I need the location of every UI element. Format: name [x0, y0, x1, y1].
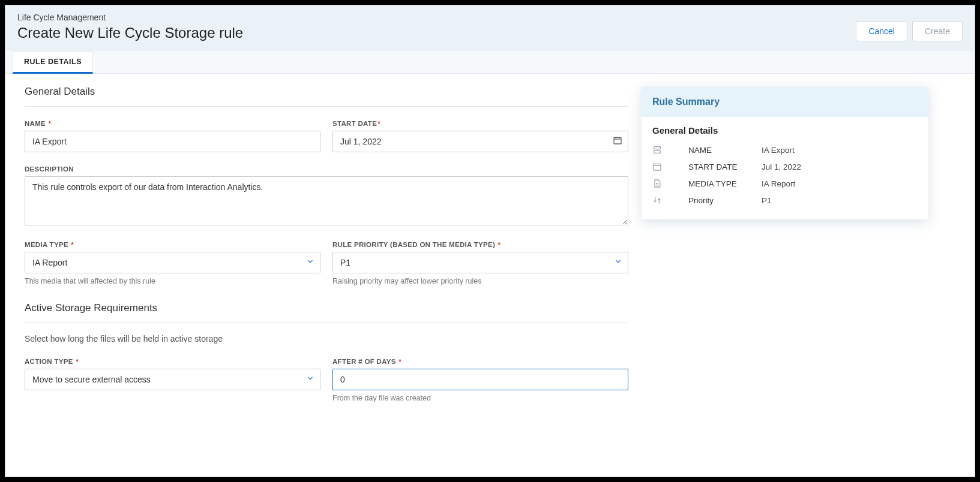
document-icon [652, 179, 666, 188]
svg-rect-4 [654, 147, 661, 149]
cancel-button[interactable]: Cancel [856, 21, 907, 41]
summary-row-name: NAME IA Export [652, 141, 918, 158]
svg-rect-5 [654, 150, 661, 153]
section-general-title: General Details [25, 86, 628, 107]
summary-section-title: General Details [652, 125, 918, 135]
rule-priority-select[interactable]: P1 [332, 252, 628, 273]
tab-rule-details[interactable]: RULE DETAILS [13, 51, 93, 74]
name-input[interactable] [25, 131, 320, 152]
rule-priority-helper: Raising priority may affect lower priori… [332, 277, 628, 285]
summary-row-start-date: START DATE Jul 1, 2022 [652, 158, 918, 175]
description-textarea[interactable] [25, 176, 628, 225]
summary-title: Rule Summary [642, 87, 928, 117]
action-type-select[interactable]: Move to secure external access [25, 369, 320, 390]
page-header: Life Cycle Management Create New Life Cy… [5, 5, 975, 50]
breadcrumb: Life Cycle Management [17, 13, 243, 22]
svg-rect-6 [654, 164, 661, 170]
action-type-label: ACTION TYPE * [25, 358, 320, 365]
page-title: Create New Life Cycle Storage rule [17, 25, 243, 41]
start-date-label: START DATE* [332, 120, 628, 127]
form-area: General Details NAME * START DATE* [5, 74, 642, 433]
tabs-bar: RULE DETAILS [5, 50, 975, 74]
after-days-input[interactable] [332, 369, 628, 390]
sort-icon [652, 195, 666, 205]
app-frame: Life Cycle Management Create New Life Cy… [5, 5, 975, 477]
description-label: DESCRIPTION [25, 165, 628, 173]
rule-priority-label: RULE PRIORITY (BASED ON THE MEDIA TYPE) … [332, 241, 628, 248]
section-active-storage-title: Active Storage Requirements [25, 302, 628, 323]
calendar-icon [652, 162, 666, 171]
name-label: NAME * [25, 120, 320, 127]
active-storage-subtitle: Select how long the files will be held i… [25, 334, 628, 344]
create-button[interactable]: Create [912, 21, 963, 41]
media-type-helper: This media that will affected by this ru… [25, 277, 320, 285]
media-type-label: MEDIA TYPE * [25, 241, 320, 248]
media-type-select[interactable]: IA Report [25, 252, 320, 273]
start-date-input[interactable] [332, 131, 628, 152]
rule-summary-panel: Rule Summary General Details NAME IA Exp… [642, 87, 928, 219]
summary-row-media-type: MEDIA TYPE IA Report [652, 175, 918, 192]
after-days-label: AFTER # OF DAYS * [332, 358, 628, 365]
summary-row-priority: Priority P1 [652, 192, 918, 209]
after-days-helper: From the day file was created [332, 394, 628, 402]
layers-icon [652, 145, 666, 155]
